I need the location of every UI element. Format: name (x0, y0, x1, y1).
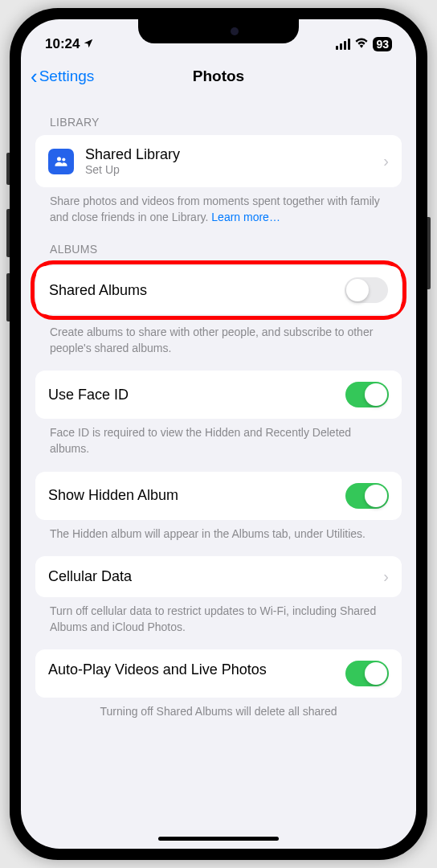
wifi-icon (354, 37, 369, 51)
autoplay-cell[interactable]: Auto-Play Videos and Live Photos (35, 649, 402, 698)
autoplay-title: Auto-Play Videos and Live Photos (48, 661, 267, 679)
phone-frame: 10:24 93 ‹ Settings (10, 8, 427, 860)
home-indicator[interactable] (158, 837, 279, 841)
cellular-data-title: Cellular Data (48, 568, 132, 585)
shared-library-cell[interactable]: Shared Library Set Up › (35, 135, 402, 187)
back-label: Settings (39, 68, 95, 85)
svg-point-0 (57, 157, 61, 161)
use-face-id-toggle[interactable] (345, 382, 389, 407)
show-hidden-album-title: Show Hidden Album (48, 487, 178, 504)
autoplay-footer: Turning off Shared Albums will delete al… (35, 698, 402, 720)
shared-albums-toggle[interactable] (345, 277, 388, 303)
battery-level: 93 (376, 38, 389, 51)
cellular-footer: Turn off cellular data to restrict updat… (35, 597, 402, 635)
albums-footer: Create albums to share with other people… (35, 318, 402, 356)
volume-up-button (6, 209, 10, 257)
people-group-icon (48, 149, 74, 174)
power-button (427, 217, 431, 289)
cellular-data-cell[interactable]: Cellular Data › (35, 556, 402, 597)
mute-switch (6, 153, 10, 185)
chevron-right-icon: › (383, 567, 389, 586)
highlight-annotation: Shared Albums (31, 260, 406, 320)
screen: 10:24 93 ‹ Settings (21, 19, 416, 849)
page-title: Photos (193, 68, 244, 85)
show-hidden-album-cell[interactable]: Show Hidden Album (35, 472, 402, 520)
cellular-signal-icon (336, 39, 350, 50)
chevron-right-icon: › (383, 152, 389, 170)
shared-albums-cell[interactable]: Shared Albums (36, 266, 401, 314)
back-button[interactable]: ‹ Settings (31, 66, 94, 87)
section-header-library: LIBRARY (35, 98, 402, 135)
show-hidden-album-toggle[interactable] (345, 483, 389, 509)
learn-more-link[interactable]: Learn more… (211, 211, 280, 223)
shared-albums-title: Shared Albums (49, 282, 147, 299)
section-header-albums: ALBUMS (35, 225, 402, 262)
notch (138, 19, 299, 43)
navigation-bar: ‹ Settings Photos (21, 58, 416, 98)
location-arrow-icon (83, 38, 94, 51)
shared-library-subtitle: Set Up (85, 163, 180, 176)
status-time: 10:24 (45, 36, 80, 52)
status-left: 10:24 (45, 36, 94, 52)
autoplay-toggle[interactable] (345, 661, 389, 686)
use-face-id-cell[interactable]: Use Face ID (35, 371, 402, 419)
status-right: 93 (336, 37, 392, 51)
hidden-album-footer: The Hidden album will appear in the Albu… (35, 520, 402, 542)
use-face-id-title: Use Face ID (48, 387, 129, 403)
volume-down-button (6, 273, 10, 321)
face-id-footer: Face ID is required to view the Hidden a… (35, 419, 402, 457)
shared-library-title: Shared Library (85, 146, 180, 163)
chevron-left-icon: ‹ (31, 66, 38, 87)
battery-indicator: 93 (373, 37, 392, 51)
content-scroll[interactable]: LIBRARY Shared Library Set Up › Share ph… (21, 98, 416, 720)
front-camera-icon (231, 27, 239, 35)
library-footer: Share photos and videos from moments spe… (35, 187, 402, 225)
svg-point-1 (62, 158, 65, 161)
